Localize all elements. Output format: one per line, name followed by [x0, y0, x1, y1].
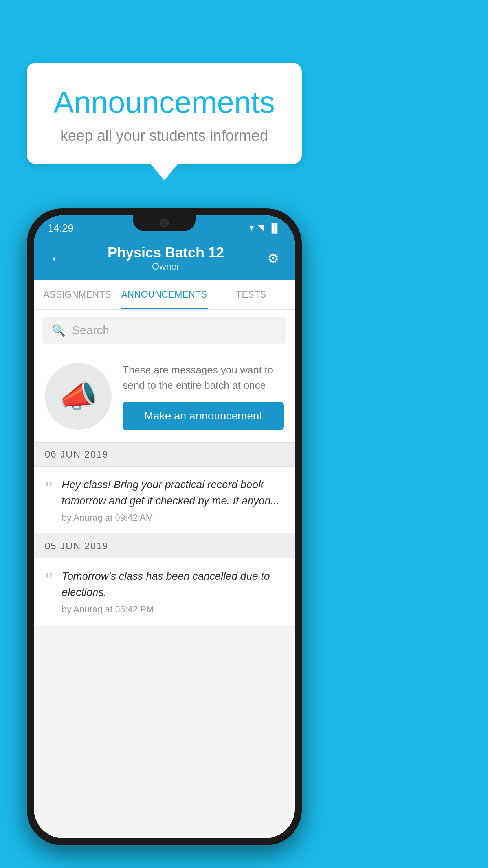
megaphone-icon: 📣 [59, 378, 98, 415]
quote-icon-1: " [45, 478, 53, 499]
announcement-content-2: Tomorrow's class has been cancelled due … [62, 568, 284, 615]
megaphone-circle: 📣 [45, 363, 112, 430]
date-separator-1: 06 JUN 2019 [34, 442, 295, 467]
signal-icon: ◥ [258, 223, 264, 233]
battery-icon: ▐▌ [268, 223, 281, 233]
phone-camera [160, 219, 169, 227]
date-separator-2: 05 JUN 2019 [34, 534, 295, 558]
search-placeholder: Search [72, 324, 109, 337]
phone-notch [133, 215, 196, 231]
tab-assignments[interactable]: ASSIGNMENTS [34, 280, 121, 309]
quote-icon-2: " [45, 570, 53, 590]
search-bar[interactable]: 🔍 Search [42, 317, 286, 344]
search-icon: 🔍 [52, 324, 66, 337]
promo-right: These are messages you want to send to t… [123, 362, 284, 430]
phone-screen: 14:29 ▾ ◥ ▐▌ ← Physics Batch 12 Owner ⚙ [34, 215, 295, 838]
announcement-text-1: Hey class! Bring your practical record b… [62, 477, 284, 509]
announcement-text-2: Tomorrow's class has been cancelled due … [62, 568, 284, 600]
speech-bubble: Announcements keep all your students inf… [27, 63, 302, 164]
phone: 14:29 ▾ ◥ ▐▌ ← Physics Batch 12 Owner ⚙ [27, 208, 302, 845]
phone-outer: 14:29 ▾ ◥ ▐▌ ← Physics Batch 12 Owner ⚙ [27, 208, 302, 845]
announcement-meta-2: by Anurag at 05:42 PM [62, 604, 284, 615]
content-area: 🔍 Search 📣 These are messages you want t… [34, 310, 295, 625]
search-container: 🔍 Search [34, 310, 295, 351]
wifi-icon: ▾ [250, 223, 254, 233]
app-bar-subtitle: Owner [68, 261, 263, 272]
bubble-title: Announcements [50, 85, 278, 120]
announcement-item-2[interactable]: " Tomorrow's class has been cancelled du… [34, 558, 295, 625]
bubble-subtitle: keep all your students informed [50, 127, 278, 144]
status-time: 14:29 [48, 222, 73, 234]
status-icons: ▾ ◥ ▐▌ [250, 223, 281, 233]
app-bar: ← Physics Batch 12 Owner ⚙ [34, 237, 295, 280]
back-button[interactable]: ← [46, 246, 68, 271]
announcement-item-1[interactable]: " Hey class! Bring your practical record… [34, 467, 295, 534]
tab-bar: ASSIGNMENTS ANNOUNCEMENTS TESTS [34, 280, 295, 310]
tab-tests[interactable]: TESTS [208, 280, 295, 309]
app-bar-title: Physics Batch 12 [68, 245, 263, 261]
announcement-meta-1: by Anurag at 09:42 AM [62, 513, 284, 523]
tab-announcements[interactable]: ANNOUNCEMENTS [121, 280, 207, 309]
announcement-promo: 📣 These are messages you want to send to… [34, 351, 295, 442]
make-announcement-button[interactable]: Make an announcement [123, 402, 284, 430]
settings-button[interactable]: ⚙ [263, 246, 283, 270]
promo-description: These are messages you want to send to t… [123, 362, 284, 393]
app-bar-title-group: Physics Batch 12 Owner [68, 245, 263, 272]
announcement-content-1: Hey class! Bring your practical record b… [62, 477, 284, 523]
